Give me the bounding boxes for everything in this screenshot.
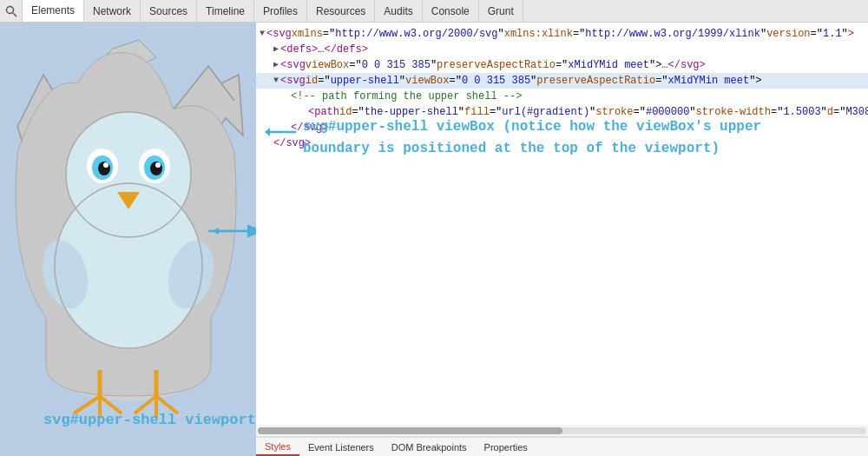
code-line-5: <!-- path forming the upper shell --> (256, 89, 868, 104)
right-panel: ▼ <svg xmlns="http://www.w3.org/2000/svg… (256, 23, 868, 456)
tab-event-listeners[interactable]: Event Listeners (299, 438, 383, 456)
code-line-1[interactable]: ▼ <svg xmlns="http://www.w3.org/2000/svg… (256, 26, 868, 42)
viewport-label: svg#upper-shell viewport (43, 412, 256, 428)
tab-network[interactable]: Network (84, 0, 141, 22)
tab-styles[interactable]: Styles (256, 438, 299, 456)
horizontal-scrollbar[interactable] (256, 425, 868, 437)
collapse-triangle-2[interactable]: ▶ (273, 42, 279, 57)
tab-audits[interactable]: Audits (375, 0, 422, 22)
code-line-3[interactable]: ▶ <svg viewBox="0 0 315 385" preserveAsp… (256, 57, 868, 73)
chick-illustration (0, 23, 256, 431)
collapse-triangle-4[interactable]: ▼ (273, 73, 279, 89)
panels: svg#upper-shell viewport ▼ <svg xmlns="h… (0, 23, 868, 456)
tab-profiles[interactable]: Profiles (254, 0, 307, 22)
collapse-triangle-3[interactable]: ▶ (273, 57, 279, 73)
left-panel: svg#upper-shell viewport (0, 23, 256, 456)
bottom-tabs: Styles Event Listeners DOM Breakpoints P… (256, 437, 868, 456)
collapse-triangle-1[interactable]: ▼ (260, 26, 265, 42)
code-area: ▼ <svg xmlns="http://www.w3.org/2000/svg… (256, 23, 868, 155)
code-line-6[interactable]: <path id="the-upper-shell" fill="url(#gr… (256, 104, 868, 120)
tab-resources[interactable]: Resources (307, 0, 375, 22)
tab-properties[interactable]: Properties (476, 438, 536, 456)
tab-sources[interactable]: Sources (141, 0, 197, 22)
code-line-7: </svg> (256, 120, 868, 135)
scrollbar-thumb[interactable] (258, 427, 562, 434)
toolbar-tabs: Elements Network Sources Timeline Profil… (23, 0, 523, 22)
toolbar: Elements Network Sources Timeline Profil… (0, 0, 868, 23)
app: Elements Network Sources Timeline Profil… (0, 0, 868, 456)
tab-elements[interactable]: Elements (23, 0, 84, 22)
code-line-2[interactable]: ▶ <defs> … </defs> (256, 42, 868, 57)
svg-point-13 (103, 162, 108, 168)
code-line-8: </svg> (256, 135, 868, 151)
tab-dom-breakpoints[interactable]: DOM Breakpoints (383, 438, 476, 456)
search-icon (5, 5, 17, 17)
tab-timeline[interactable]: Timeline (197, 0, 254, 22)
scrollbar-track[interactable] (258, 427, 866, 434)
code-line-4[interactable]: ▼ <svg id="upper-shell" viewBox="0 0 315… (256, 73, 868, 89)
svg-point-17 (155, 162, 161, 168)
svg-point-0 (6, 6, 13, 13)
tab-console[interactable]: Console (423, 0, 479, 22)
svg-line-1 (13, 13, 16, 17)
tab-grunt[interactable]: Grunt (479, 0, 523, 22)
search-button[interactable] (0, 0, 23, 23)
